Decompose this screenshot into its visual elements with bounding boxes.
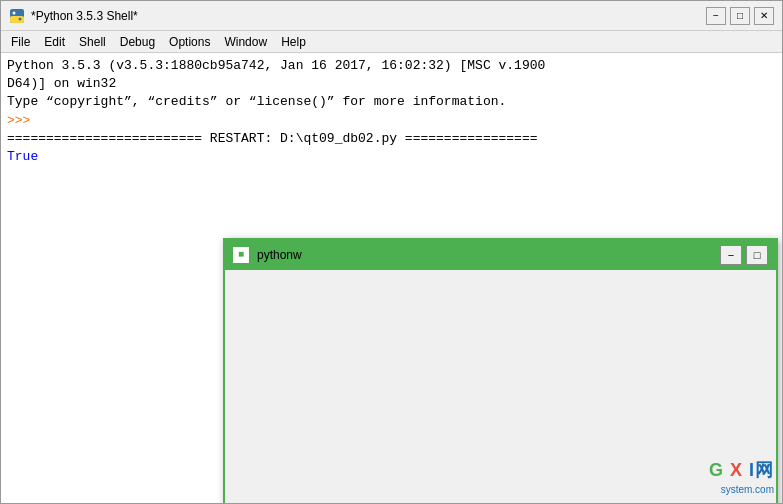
close-button[interactable]: ✕ [754,7,774,25]
python-icon [9,8,25,24]
menu-edit[interactable]: Edit [38,34,71,50]
svg-rect-1 [10,16,24,23]
menu-shell[interactable]: Shell [73,34,112,50]
menu-debug[interactable]: Debug [114,34,161,50]
menu-file[interactable]: File [5,34,36,50]
svg-point-3 [19,17,22,20]
true-value: True [7,149,38,164]
pythonw-title-bar: ■ pythonw − □ [225,240,776,270]
svg-point-2 [13,11,16,14]
watermark: G X I网 system.com [709,458,774,497]
pythonw-icon: ■ [233,247,249,263]
window-controls: − □ ✕ [706,7,774,25]
restart-line: ========================= RESTART: D:\qt… [7,130,776,148]
watermark-g: G [709,460,724,480]
menu-options[interactable]: Options [163,34,216,50]
shell-window: *Python 3.5.3 Shell* − □ ✕ File Edit She… [0,0,783,504]
python-version-line2: D64)] on win32 [7,75,776,93]
watermark-x: X [730,460,743,480]
pythonw-title: pythonw [257,247,720,264]
title-bar: *Python 3.5.3 Shell* − □ ✕ [1,1,782,31]
pythonw-content-area [225,270,776,503]
menu-window[interactable]: Window [218,34,273,50]
watermark-logo: G X I网 [709,458,774,483]
window-title: *Python 3.5.3 Shell* [31,9,706,23]
pythonw-controls: − □ [720,245,768,265]
shell-content[interactable]: Python 3.5.3 (v3.5.3:1880cb95a742, Jan 1… [1,53,782,503]
maximize-button[interactable]: □ [730,7,750,25]
pythonw-maximize-button[interactable]: □ [746,245,768,265]
pythonw-window: ■ pythonw − □ [223,238,778,503]
python-version-line1: Python 3.5.3 (v3.5.3:1880cb95a742, Jan 1… [7,57,776,75]
watermark-net: 网 [755,460,774,480]
prompt-line1: >>> [7,112,776,130]
watermark-site: system.com [721,483,774,497]
type-info-line: Type “copyright”, “credits” or “license(… [7,93,776,111]
menu-help[interactable]: Help [275,34,312,50]
menu-bar: File Edit Shell Debug Options Window Hel… [1,31,782,53]
minimize-button[interactable]: − [706,7,726,25]
pythonw-minimize-button[interactable]: − [720,245,742,265]
true-output-line: True [7,148,776,166]
prompt1-symbol: >>> [7,113,38,128]
